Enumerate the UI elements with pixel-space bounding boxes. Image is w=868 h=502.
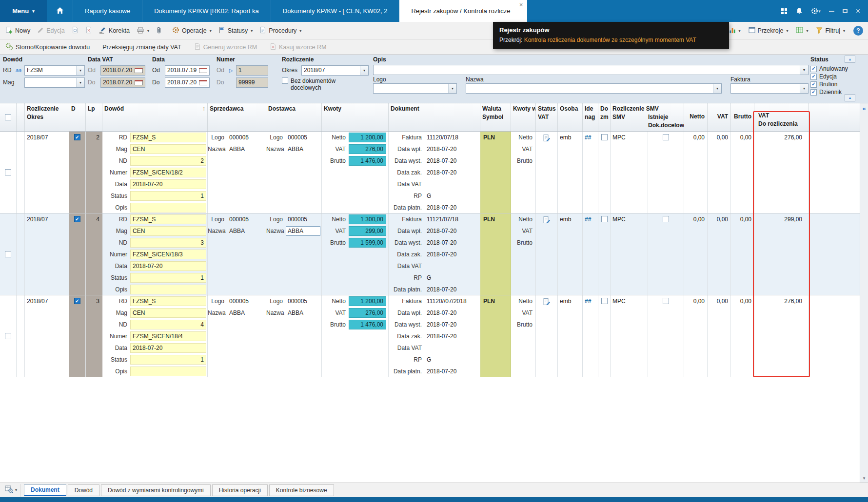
row-select-checkbox[interactable]: [5, 333, 11, 339]
korekta-button[interactable]: Korekta: [96, 24, 133, 38]
tab-dowod[interactable]: Dowód: [68, 484, 99, 496]
table-views-button[interactable]: ▾: [792, 24, 811, 38]
nowy-button[interactable]: Nowy: [2, 24, 34, 38]
maximize-button[interactable]: [843, 0, 848, 22]
data-value[interactable]: 2018-07-20: [130, 179, 206, 189]
rd-combo[interactable]: FZSM ▾: [24, 65, 85, 76]
row-select-checkbox[interactable]: [5, 251, 11, 257]
chevron-down-icon[interactable]: ▾: [360, 66, 368, 75]
bell-icon[interactable]: [796, 0, 803, 22]
tab-kontrole-biznesowe[interactable]: Kontrole biznesowe: [269, 484, 334, 496]
rd-value[interactable]: FZSM_S: [130, 296, 206, 306]
data-value[interactable]: 2018-07-20: [130, 261, 206, 271]
numer-value[interactable]: FZSM_S/CEN/18/2: [130, 168, 206, 177]
table-row[interactable]: 2018/07 3 RD Mag ND Numer Data Status Op…: [0, 295, 868, 377]
row-select-checkbox[interactable]: [5, 169, 11, 175]
select-all-checkbox[interactable]: [5, 114, 11, 120]
col-dokument[interactable]: Dokument: [389, 103, 480, 131]
col-rozliczenie-okres[interactable]: RozliczenieOkres: [25, 103, 69, 131]
d-checkbox[interactable]: [74, 134, 80, 140]
d-checkbox[interactable]: [74, 216, 80, 222]
okres-combo[interactable]: 2018/07 ▾: [301, 65, 369, 76]
view-selector-button[interactable]: ▾: [2, 484, 20, 497]
operacje-button[interactable]: Operacje ▾: [169, 24, 215, 38]
tab-dokumenty-kpkw-1[interactable]: Dokumenty KP/KW [RK02: Raport ka: [142, 0, 271, 22]
col-sprzedawca[interactable]: Sprzedawca: [208, 103, 266, 131]
tab-dokument[interactable]: Dokument: [24, 484, 66, 496]
delete-document-button[interactable]: [82, 24, 96, 38]
edycja-button[interactable]: Edycja: [34, 24, 68, 38]
anulowany-checkbox[interactable]: [810, 66, 817, 72]
status-vat-icon[interactable]: [543, 134, 551, 143]
col-status-vat[interactable]: StatusVAT: [536, 103, 558, 131]
numer-value[interactable]: FZSM_S/CEN/18/4: [130, 331, 206, 341]
mag-combo[interactable]: ▾: [24, 77, 85, 88]
chevron-down-icon[interactable]: ▾: [800, 65, 808, 75]
do-zm-checkbox[interactable]: [601, 134, 608, 140]
col-ide-nag[interactable]: Idenag: [583, 103, 598, 131]
status-option-brulion[interactable]: Brulion: [810, 80, 859, 88]
rd-value[interactable]: FZSM_S: [130, 133, 206, 142]
statusy-button[interactable]: Statusy ▾: [215, 24, 256, 38]
print-button[interactable]: ▾: [133, 24, 153, 38]
data-od-input[interactable]: 2018.07.19: [165, 65, 210, 76]
istnieje-checkbox[interactable]: [663, 134, 669, 140]
tab-dokumenty-kpkw-2[interactable]: Dokumenty KP/KW - [ CEN, KW02, 2: [271, 0, 400, 22]
window-close-button[interactable]: ×: [856, 0, 860, 22]
collapse-columns-icon[interactable]: «: [862, 105, 866, 112]
status-value[interactable]: 1: [130, 273, 206, 283]
nd-value[interactable]: 2: [130, 156, 206, 166]
istnieje-checkbox[interactable]: [663, 298, 669, 304]
tab-rejestr-zakupow[interactable]: Rejestr zakupów / Kontrola rozlicze ×: [399, 0, 527, 22]
gear-icon[interactable]: ▾: [811, 0, 821, 22]
bez-dokumentow-checkbox[interactable]: [282, 77, 288, 84]
minimize-button[interactable]: [829, 0, 834, 22]
col-osoba[interactable]: Osoba: [558, 103, 583, 131]
mag-value[interactable]: CEN: [130, 226, 206, 236]
table-row[interactable]: 2018/07 2 RD Mag ND Numer Data Status Op…: [0, 132, 868, 213]
col-vat-do-rozliczenia[interactable]: VATDo rozliczenia: [754, 103, 809, 131]
numer-od-input[interactable]: 1: [236, 65, 268, 76]
calendar-icon[interactable]: [199, 68, 207, 73]
col-vat[interactable]: VAT: [708, 103, 731, 131]
collapse-filter-button[interactable]: ▴: [845, 56, 855, 63]
collapse-filter-bottom-button[interactable]: ▴: [845, 94, 855, 101]
tab-raporty-kasowe[interactable]: Raporty kasowe: [73, 0, 142, 22]
status-vat-icon[interactable]: [543, 298, 551, 307]
apps-grid-icon[interactable]: [781, 0, 788, 22]
mag-value[interactable]: CEN: [130, 308, 206, 318]
dziennik-checkbox[interactable]: [810, 89, 817, 96]
nazwa-combo[interactable]: ▾: [466, 83, 722, 94]
vertical-scrollbar[interactable]: « ▾: [860, 103, 868, 483]
numer-value[interactable]: FZSM_S/CEN/18/3: [130, 250, 206, 259]
preview-document-button[interactable]: [68, 24, 82, 38]
text-select-icon[interactable]: [16, 67, 24, 73]
chevron-down-icon[interactable]: ▾: [76, 78, 84, 87]
status-value[interactable]: 1: [130, 191, 206, 201]
istnieje-checkbox[interactable]: [663, 216, 669, 222]
data-vat-od-input[interactable]: 2018.07.20: [100, 65, 145, 76]
col-d[interactable]: D: [69, 103, 86, 131]
col-do-zm[interactable]: Dozm: [598, 103, 611, 131]
do-zm-checkbox[interactable]: [601, 216, 608, 222]
tab-dowod-z-wymiarami[interactable]: Dowód z wymiarami kontrolingowymi: [101, 484, 211, 496]
edycja-checkbox[interactable]: [810, 74, 817, 80]
calendar-icon[interactable]: [199, 80, 207, 85]
nd-value[interactable]: 3: [130, 238, 206, 248]
col-rozliczenie-smv[interactable]: Rozliczenie SMV SMV Istnieje Dok.docelow…: [611, 103, 684, 131]
data-do-input[interactable]: 2018.07.20: [165, 77, 210, 88]
procedury-button[interactable]: Procedury ▾: [256, 24, 305, 38]
tab-historia-operacji[interactable]: Historia operacji: [212, 484, 268, 496]
logo-combo[interactable]: ▾: [373, 83, 457, 94]
col-kwoty[interactable]: Kwoty: [322, 103, 389, 131]
chevron-down-icon[interactable]: ▾: [76, 66, 84, 75]
table-row[interactable]: 2018/07 4 RD Mag ND Numer Data Status Op…: [0, 213, 868, 295]
calendar-icon[interactable]: [135, 80, 143, 85]
przekroje-button[interactable]: Przekroje ▾: [745, 24, 792, 38]
chevron-down-icon[interactable]: ▾: [448, 84, 456, 93]
col-kwoty-w[interactable]: Kwoty w: [511, 103, 536, 131]
nd-value[interactable]: 4: [130, 320, 206, 329]
kasuj-wzorce-button[interactable]: Kasuj wzorce RM: [266, 40, 330, 54]
status-vat-icon[interactable]: [543, 216, 551, 225]
attachments-button[interactable]: [153, 24, 165, 38]
